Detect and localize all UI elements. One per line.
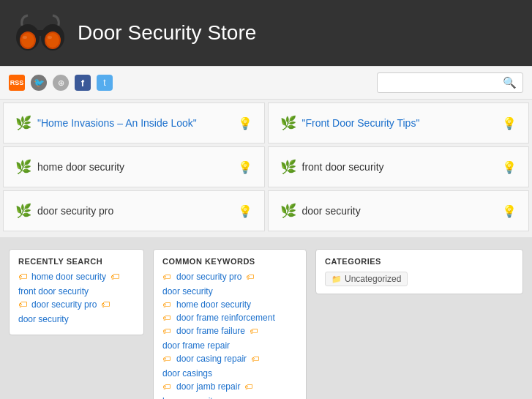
common-keywords-box: COMMON KEYWORDS 🏷 door security pro 🏷 do… xyxy=(153,249,307,399)
kw-row-4: 🏷 door frame failure 🏷 door frame repair xyxy=(162,326,297,351)
logo-icon xyxy=(15,10,66,57)
grid-cell-article-1[interactable]: 🌿 "Home Invasions – An Inside Look" 💡 xyxy=(3,102,265,143)
category-label: Uncategorized xyxy=(345,274,401,284)
recently-searched-heading: RECENTLY SEARCH xyxy=(18,257,135,266)
svg-rect-2 xyxy=(35,30,45,36)
kw-row-1: 🏷 door security pro 🏷 door security xyxy=(162,272,297,297)
site-title: Door Security Store xyxy=(78,21,256,45)
grid-row-2: 🌿 home door security 💡 🌿 front door secu… xyxy=(3,146,529,187)
tag-icon-k4: 🏷 xyxy=(162,313,171,322)
leaf-icon-2: 🌿 xyxy=(280,115,296,131)
svg-point-7 xyxy=(23,36,27,39)
categories-box: CATEGORIES 📁 Uncategorized xyxy=(315,249,523,294)
search-button[interactable]: 🔍 xyxy=(497,73,522,92)
kw-item-door-frame-repair[interactable]: door frame repair xyxy=(162,340,230,351)
tag-icon-k8: 🏷 xyxy=(251,354,259,363)
grid-row-3: 🌿 door security pro 💡 🌿 door security 💡 xyxy=(3,190,529,231)
bottom-sections: RECENTLY SEARCH 🏷 home door security 🏷 f… xyxy=(0,237,532,399)
tag-icon-k1: 🏷 xyxy=(162,272,171,281)
bulb-icon-4: 💡 xyxy=(502,160,517,174)
kw-row-2: 🏷 home door security xyxy=(162,299,297,310)
recently-searched-box: RECENTLY SEARCH 🏷 home door security 🏷 f… xyxy=(9,249,144,335)
facebook-icon[interactable]: f xyxy=(75,75,91,91)
home-door-security-link[interactable]: home door security xyxy=(37,161,124,173)
bulb-icon-3: 💡 xyxy=(238,160,252,174)
tag-icon-r1: 🏷 xyxy=(18,272,27,282)
svg-point-8 xyxy=(48,36,52,39)
tag-icon-k7: 🏷 xyxy=(162,354,171,363)
recent-row-1: 🏷 home door security 🏷 front door securi… xyxy=(18,272,135,297)
common-keywords-heading: COMMON KEYWORDS xyxy=(162,257,297,266)
svg-point-6 xyxy=(46,33,59,48)
kw-item-door-jamb-repair[interactable]: door jamb repair xyxy=(176,381,240,392)
recent-item-2[interactable]: front door security xyxy=(18,286,89,297)
door-security-link[interactable]: door security xyxy=(302,205,361,217)
tag-icon-k2: 🏷 xyxy=(246,272,254,281)
tag-icon-k5: 🏷 xyxy=(162,327,171,335)
front-door-security-link[interactable]: front door security xyxy=(302,161,384,173)
tag-icon-r3: 🏷 xyxy=(18,299,27,310)
kw-item-door-casing-repair[interactable]: door casing repair xyxy=(176,354,247,364)
kw-item-home-door-security[interactable]: home door security xyxy=(176,299,251,310)
grid-cell-front-door[interactable]: 🌿 front door security 💡 xyxy=(268,146,530,187)
twitter-icon[interactable]: t xyxy=(97,75,113,91)
tag-icon-r4: 🏷 xyxy=(101,299,110,310)
grid-row-1: 🌿 "Home Invasions – An Inside Look" 💡 🌿 … xyxy=(3,102,529,143)
header: Door Security Store xyxy=(0,0,532,66)
kw-item-door-frame-failure[interactable]: door frame failure xyxy=(176,326,245,336)
grid-cell-home-door[interactable]: 🌿 home door security 💡 xyxy=(3,146,265,187)
category-uncategorized[interactable]: 📁 Uncategorized xyxy=(325,272,408,286)
svg-point-4 xyxy=(21,33,34,48)
main-content: 🌿 "Home Invasions – An Inside Look" 💡 🌿 … xyxy=(0,100,532,237)
tag-icon-r2: 🏷 xyxy=(110,272,119,282)
tag-icon-k3: 🏷 xyxy=(162,300,171,309)
nav-icons: RSS 🐦 ⊕ f t xyxy=(9,75,113,91)
grid-cell-door-security-pro[interactable]: 🌿 door security pro 💡 xyxy=(3,190,265,231)
door-security-pro-link[interactable]: door security pro xyxy=(37,205,113,217)
bird-icon[interactable]: 🐦 xyxy=(31,75,47,91)
kw-row-6: 🏷 door jamb repair 🏷 home security xyxy=(162,381,297,399)
leaf-icon-4: 🌿 xyxy=(280,159,296,175)
categories-heading: CATEGORIES xyxy=(325,257,514,266)
circle-icon[interactable]: ⊕ xyxy=(53,75,69,91)
grid-cell-article-2[interactable]: 🌿 "Front Door Security Tips" 💡 xyxy=(268,102,530,143)
recent-item-1[interactable]: home door security xyxy=(31,272,106,282)
recent-row-2: 🏷 door security pro 🏷 door security xyxy=(18,299,135,324)
kw-item-door-frame-reinforcement[interactable]: door frame reinforcement xyxy=(176,313,275,323)
search-box[interactable]: 🔍 xyxy=(377,72,523,93)
recent-item-3[interactable]: door security pro xyxy=(31,299,97,310)
rss-icon[interactable]: RSS xyxy=(9,75,25,91)
leaf-icon-1: 🌿 xyxy=(15,115,31,131)
tag-icon-k9: 🏷 xyxy=(162,382,171,391)
bulb-icon-5: 💡 xyxy=(238,204,252,218)
recent-item-4[interactable]: door security xyxy=(18,314,69,324)
grid-cell-door-security[interactable]: 🌿 door security 💡 xyxy=(268,190,530,231)
tag-icon-k10: 🏷 xyxy=(244,382,252,391)
article-title-1[interactable]: "Home Invasions – An Inside Look" xyxy=(37,117,197,129)
navbar: RSS 🐦 ⊕ f t 🔍 xyxy=(0,66,532,100)
search-input[interactable] xyxy=(378,75,497,92)
kw-item-door-casings[interactable]: door casings xyxy=(162,368,212,379)
kw-row-3: 🏷 door frame reinforcement xyxy=(162,313,297,323)
leaf-icon-5: 🌿 xyxy=(15,203,31,219)
bulb-icon-1: 💡 xyxy=(238,116,252,130)
kw-item-door-security-pro[interactable]: door security pro xyxy=(176,272,241,282)
bulb-icon-2: 💡 xyxy=(502,116,517,130)
kw-row-5: 🏷 door casing repair 🏷 door casings xyxy=(162,354,297,379)
tag-icon-k6: 🏷 xyxy=(250,327,258,335)
category-folder-icon: 📁 xyxy=(331,275,342,284)
article-title-2[interactable]: "Front Door Security Tips" xyxy=(302,117,420,129)
kw-item-door-security[interactable]: door security xyxy=(162,286,213,297)
bulb-icon-6: 💡 xyxy=(502,204,517,218)
leaf-icon-3: 🌿 xyxy=(15,159,31,175)
kw-item-home-security[interactable]: home security xyxy=(162,396,217,399)
leaf-icon-6: 🌿 xyxy=(280,203,296,219)
